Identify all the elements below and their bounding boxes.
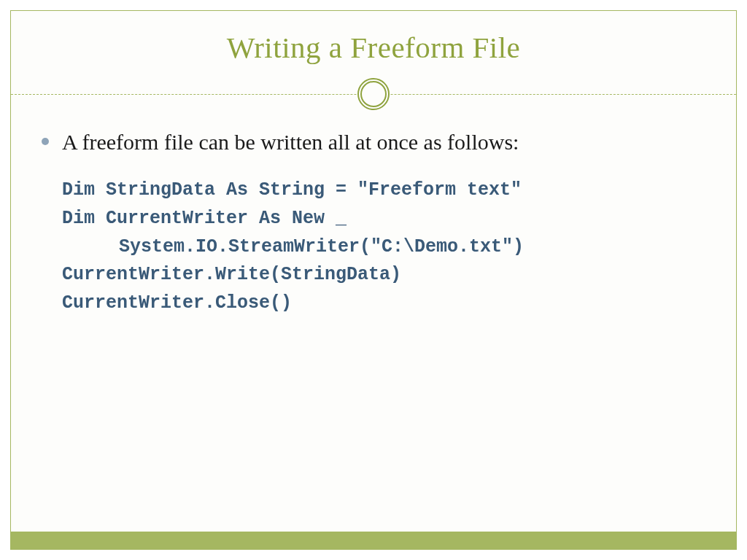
bullet-item: A freeform file can be written all at on… — [42, 128, 705, 156]
bullet-dot-icon — [42, 138, 49, 145]
content-area: A freeform file can be written all at on… — [11, 110, 736, 318]
bottom-accent-bar — [11, 532, 736, 549]
code-line-3: System.IO.StreamWriter("C:\Demo.txt") — [62, 233, 705, 262]
slide-container: Writing a Freeform File A freeform file … — [10, 10, 737, 550]
slide-title: Writing a Freeform File — [11, 30, 736, 65]
code-line-2: Dim CurrentWriter As New _ — [62, 205, 705, 233]
divider-ornament — [11, 78, 736, 110]
code-line-5: CurrentWriter.Close() — [62, 289, 705, 318]
circle-icon — [357, 78, 390, 110]
code-line-1: Dim StringData As String = "Freeform tex… — [62, 176, 705, 205]
bullet-text: A freeform file can be written all at on… — [62, 128, 519, 156]
title-area: Writing a Freeform File — [11, 11, 736, 78]
code-line-4: CurrentWriter.Write(StringData) — [62, 261, 705, 289]
code-block: Dim StringData As String = "Freeform tex… — [42, 176, 705, 318]
